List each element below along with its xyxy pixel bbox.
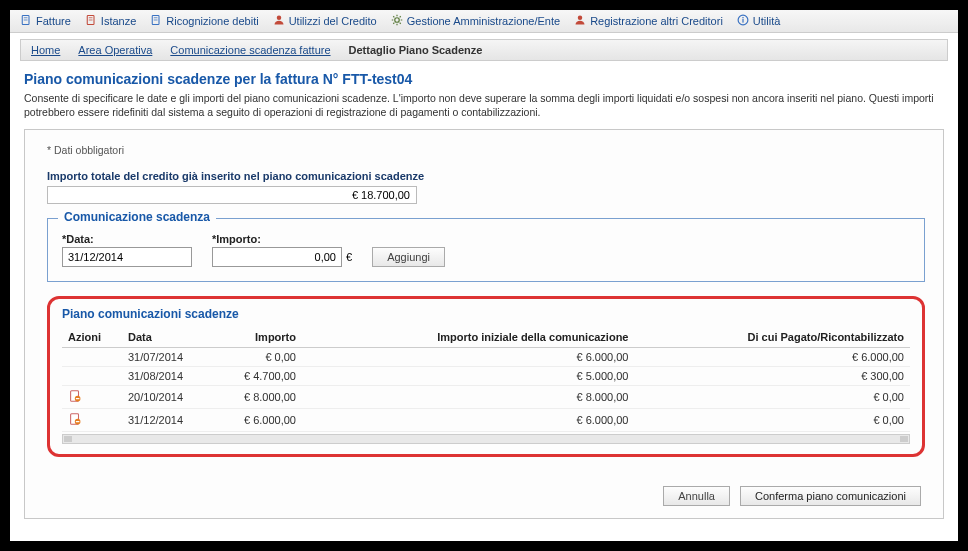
doc-red-icon <box>85 14 97 28</box>
user-red-icon <box>574 14 586 28</box>
cell-data: 31/12/2014 <box>122 409 212 432</box>
svg-rect-14 <box>742 17 743 18</box>
menu-label: Ricognizione debiti <box>166 15 258 27</box>
cell-azioni <box>62 386 122 409</box>
cell-data: 31/07/2014 <box>122 348 212 367</box>
svg-point-9 <box>276 16 281 21</box>
col-importo: Importo <box>212 327 302 348</box>
breadcrumb-item[interactable]: Comunicazione scadenza fatture <box>170 44 330 56</box>
cell-importo: € 8.000,00 <box>212 386 302 409</box>
menu-item-gestione-amministrazione-ente[interactable]: Gestione Amministrazione/Ente <box>391 14 560 28</box>
user-red-icon <box>273 14 285 28</box>
importo-label: *Importo: <box>212 233 352 245</box>
breadcrumb-item[interactable]: Area Operativa <box>78 44 152 56</box>
comunicazione-scadenza-fieldset: Comunicazione scadenza *Data: *Importo: … <box>47 218 925 282</box>
gear-icon <box>391 14 403 28</box>
cell-pagato: € 6.000,00 <box>635 348 911 367</box>
total-credit-label: Importo totale del credito già inserito … <box>47 170 925 182</box>
required-hint: * Dati obbligatori <box>47 144 925 156</box>
menu-label: Fatture <box>36 15 71 27</box>
col-iniziale: Importo iniziale della comunicazione <box>302 327 635 348</box>
col-data: Data <box>122 327 212 348</box>
col-pagato: Di cui Pagato/Ricontabilizzato <box>635 327 911 348</box>
piano-table: Azioni Data Importo Importo iniziale del… <box>62 327 910 432</box>
delete-row-icon[interactable] <box>68 389 82 403</box>
menu-item-fatture[interactable]: Fatture <box>20 14 71 28</box>
menu-label: Utilizzi del Credito <box>289 15 377 27</box>
menu-label: Utilità <box>753 15 781 27</box>
breadcrumb: HomeArea OperativaComunicazione scadenza… <box>20 39 948 61</box>
svg-rect-17 <box>76 398 80 399</box>
delete-row-icon[interactable] <box>68 412 82 426</box>
table-scrollbar[interactable] <box>62 434 910 444</box>
currency-label: € <box>346 251 352 263</box>
footer-buttons: Annulla Conferma piano comunicazioni <box>663 486 921 506</box>
annulla-button[interactable]: Annulla <box>663 486 730 506</box>
menu-item-utilizzi-del-credito[interactable]: Utilizzi del Credito <box>273 14 377 28</box>
comunicazione-legend: Comunicazione scadenza <box>58 210 216 224</box>
doc-icon <box>150 14 162 28</box>
cell-importo: € 0,00 <box>212 348 302 367</box>
menu-item-istanze[interactable]: Istanze <box>85 14 136 28</box>
doc-icon <box>20 14 32 28</box>
svg-rect-20 <box>76 421 80 422</box>
menu-item-registrazione-altri-creditori[interactable]: Registrazione altri Creditori <box>574 14 723 28</box>
piano-title: Piano comunicazioni scadenze <box>62 307 910 321</box>
cell-pagato: € 300,00 <box>635 367 911 386</box>
page-description: Consente di specificare le date e gli im… <box>24 91 944 119</box>
piano-comunicazioni-box: Piano comunicazioni scadenze Azioni Data… <box>47 296 925 457</box>
cell-data: 31/08/2014 <box>122 367 212 386</box>
form-panel: * Dati obbligatori Importo totale del cr… <box>24 129 944 519</box>
aggiungi-button[interactable]: Aggiungi <box>372 247 445 267</box>
breadcrumb-item[interactable]: Home <box>31 44 60 56</box>
table-row: 20/10/2014€ 8.000,00€ 8.000,00€ 0,00 <box>62 386 910 409</box>
col-azioni: Azioni <box>62 327 122 348</box>
data-label: *Data: <box>62 233 192 245</box>
cell-azioni <box>62 348 122 367</box>
page-title: Piano comunicazioni scadenze per la fatt… <box>24 71 944 87</box>
conferma-button[interactable]: Conferma piano comunicazioni <box>740 486 921 506</box>
cell-azioni <box>62 409 122 432</box>
cell-pagato: € 0,00 <box>635 409 911 432</box>
total-credit-value: € 18.700,00 <box>47 186 417 204</box>
top-menu: FattureIstanzeRicognizione debitiUtilizz… <box>10 10 958 33</box>
breadcrumb-item: Dettaglio Piano Scadenze <box>349 44 483 56</box>
cell-importo: € 4.700,00 <box>212 367 302 386</box>
svg-point-10 <box>394 18 399 23</box>
menu-label: Gestione Amministrazione/Ente <box>407 15 560 27</box>
table-row: 31/12/2014€ 6.000,00€ 6.000,00€ 0,00 <box>62 409 910 432</box>
cell-azioni <box>62 367 122 386</box>
cell-data: 20/10/2014 <box>122 386 212 409</box>
menu-label: Registrazione altri Creditori <box>590 15 723 27</box>
importo-input[interactable] <box>212 247 342 267</box>
data-input[interactable] <box>62 247 192 267</box>
info-icon <box>737 14 749 28</box>
menu-item-ricognizione-debiti[interactable]: Ricognizione debiti <box>150 14 258 28</box>
menu-label: Istanze <box>101 15 136 27</box>
svg-point-11 <box>578 16 583 21</box>
cell-pagato: € 0,00 <box>635 386 911 409</box>
menu-item-utilit-[interactable]: Utilità <box>737 14 781 28</box>
cell-importo: € 6.000,00 <box>212 409 302 432</box>
cell-iniziale: € 6.000,00 <box>302 348 635 367</box>
cell-iniziale: € 8.000,00 <box>302 386 635 409</box>
table-row: 31/08/2014€ 4.700,00€ 5.000,00€ 300,00 <box>62 367 910 386</box>
table-row: 31/07/2014€ 0,00€ 6.000,00€ 6.000,00 <box>62 348 910 367</box>
cell-iniziale: € 5.000,00 <box>302 367 635 386</box>
svg-rect-13 <box>742 19 743 23</box>
cell-iniziale: € 6.000,00 <box>302 409 635 432</box>
